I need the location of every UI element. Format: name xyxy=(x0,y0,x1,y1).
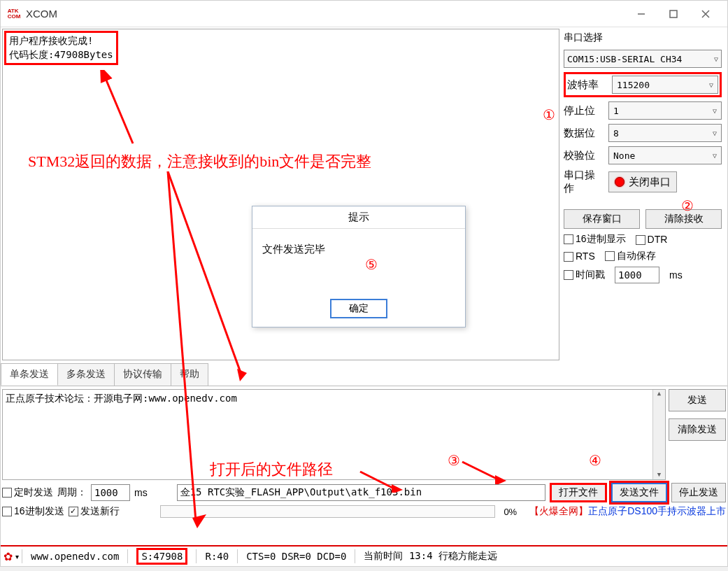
data-select[interactable]: 8▽ xyxy=(608,124,722,142)
circle-1: ① xyxy=(543,106,555,123)
timestamp-unit: ms xyxy=(669,269,683,281)
hex-display-checkbox[interactable]: 16进制显示 xyxy=(564,233,626,246)
window-title: XCOM xyxy=(26,8,57,20)
chevron-down-icon: ▽ xyxy=(713,129,717,137)
dtr-checkbox[interactable]: DTR xyxy=(636,234,668,245)
dropdown-icon[interactable]: ▾ xyxy=(15,553,19,561)
output-line-1: 用户程序接收完成! xyxy=(9,34,113,48)
progress-bar xyxy=(160,505,496,518)
app-icon: ATKCOM xyxy=(6,6,22,22)
close-port-label: 关闭串口 xyxy=(629,176,671,189)
circle-4: ④ xyxy=(589,452,601,469)
status-bar: ✿ ▾ www.openedv.com S:47908 R:40 CTS=0 D… xyxy=(1,545,727,566)
dialog-message: 文件发送完毕 xyxy=(252,229,465,296)
scroll-down-icon[interactable]: ▼ xyxy=(653,471,665,478)
status-time: 当前时间 13:4 行稳方能走远 xyxy=(358,550,503,563)
close-button[interactable] xyxy=(690,3,722,25)
receive-content: 用户程序接收完成! 代码长度:47908Bytes xyxy=(4,31,118,65)
tab-multi-send[interactable]: 多条发送 xyxy=(57,363,115,386)
serial-section-label: 串口选择 xyxy=(564,31,722,44)
open-file-button[interactable]: 打开文件 xyxy=(550,483,607,502)
data-label: 数据位 xyxy=(564,127,604,140)
file-path-input[interactable]: 佥15 RTC实验_FLASH_APP\Output\atk_f103.bin xyxy=(177,484,545,501)
send-textarea[interactable]: 正点原子技术论坛：开源电子网:www.openedv.com ▲ ▼ xyxy=(2,389,666,480)
minimize-button[interactable] xyxy=(625,3,657,25)
period-label: 周期： xyxy=(57,486,87,499)
tab-help[interactable]: 帮助 xyxy=(171,363,208,386)
progress-percent: 0% xyxy=(504,507,517,517)
send-button[interactable]: 发送 xyxy=(669,389,726,411)
stop-label: 停止位 xyxy=(564,104,604,118)
output-line-2: 代码长度:47908Bytes xyxy=(9,48,113,62)
gear-icon[interactable]: ✿ xyxy=(3,550,13,563)
status-lines: CTS=0 DSR=0 DCD=0 xyxy=(241,551,352,562)
message-dialog: 提示 文件发送完毕 确定 xyxy=(252,206,466,327)
port-status-icon xyxy=(615,177,624,187)
tab-bar: 单条发送 多条发送 协议传输 帮助 xyxy=(1,363,727,386)
status-received: R:40 xyxy=(199,551,234,562)
port-value: COM15:USB-SERIAL CH34 xyxy=(567,54,682,64)
status-url[interactable]: www.openedv.com xyxy=(25,551,124,562)
op-label: 串口操作 xyxy=(564,169,604,195)
circle-5: ⑤ xyxy=(365,256,378,273)
baud-label: 波特率 xyxy=(567,78,608,92)
rts-checkbox[interactable]: RTS xyxy=(564,251,595,262)
stop-select[interactable]: 1▽ xyxy=(608,101,722,120)
baud-select[interactable]: 115200▽ xyxy=(612,76,718,94)
chevron-down-icon: ▽ xyxy=(709,81,713,89)
parity-select[interactable]: None▽ xyxy=(608,146,722,164)
timestamp-input[interactable]: 1000 xyxy=(615,267,659,283)
period-unit: ms xyxy=(134,487,148,498)
svg-rect-1 xyxy=(670,10,677,17)
tab-single-send[interactable]: 单条发送 xyxy=(1,363,58,386)
autosave-checkbox[interactable]: 自动保存 xyxy=(605,250,656,262)
circle-2: ② xyxy=(681,197,694,214)
timestamp-checkbox[interactable]: 时间戳 xyxy=(564,269,605,281)
scroll-up-icon[interactable]: ▲ xyxy=(653,390,665,397)
circle-3: ③ xyxy=(448,452,460,469)
period-input[interactable]: 1000 xyxy=(91,484,130,501)
dialog-ok-button[interactable]: 确定 xyxy=(330,299,387,318)
tab-protocol[interactable]: 协议传输 xyxy=(114,363,171,386)
port-select[interactable]: COM15:USB-SERIAL CH34 ▽ xyxy=(564,50,722,68)
hex-send-checkbox[interactable]: 16进制发送 xyxy=(2,505,64,518)
save-window-button[interactable]: 保存窗口 xyxy=(564,209,640,229)
parity-label: 校验位 xyxy=(564,149,604,162)
scheduled-send-checkbox[interactable]: 定时发送 xyxy=(2,486,53,499)
stop-send-button[interactable]: 停止发送 xyxy=(671,483,726,502)
clear-send-button[interactable]: 清除发送 xyxy=(669,418,726,441)
chevron-down-icon: ▽ xyxy=(714,55,718,63)
chevron-down-icon: ▽ xyxy=(713,107,717,115)
send-content: 正点原子技术论坛：开源电子网:www.openedv.com xyxy=(6,393,237,404)
close-port-button[interactable]: 关闭串口 xyxy=(608,171,677,192)
send-file-button[interactable]: 发送文件 xyxy=(611,483,667,502)
dialog-title: 提示 xyxy=(252,206,465,229)
chevron-down-icon: ▽ xyxy=(713,152,717,160)
send-newline-checkbox[interactable]: 发送新行 xyxy=(69,505,120,518)
promo-link[interactable]: 【火爆全网】正点原子DS100手持示波器上市 xyxy=(529,505,726,518)
status-sent: S:47908 xyxy=(136,548,187,565)
maximize-button[interactable] xyxy=(657,3,690,25)
